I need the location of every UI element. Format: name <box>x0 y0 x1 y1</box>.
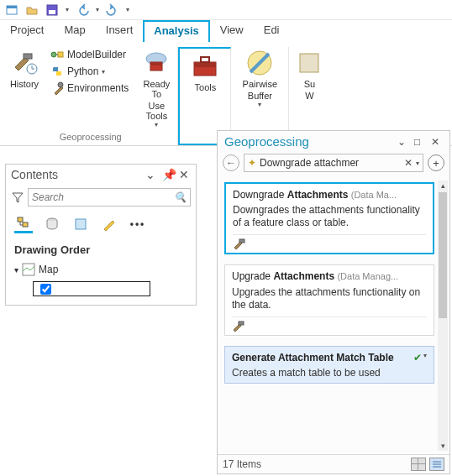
summarize-button[interactable]: Su W <box>294 47 324 102</box>
tool-hammer-icon <box>233 238 246 249</box>
tab-edit[interactable]: Edi <box>254 20 290 42</box>
more-icon[interactable]: ••• <box>129 215 147 233</box>
pairwise-label2: Buffer <box>248 89 272 101</box>
layer-item[interactable] <box>33 281 150 296</box>
svg-rect-4 <box>24 54 32 59</box>
python-label: Python <box>67 65 98 77</box>
tab-project[interactable]: Project <box>0 20 54 42</box>
cloud-toolbox-icon <box>142 49 171 77</box>
search-icon: 🔍 <box>174 191 187 203</box>
python-button[interactable]: Python ▾ <box>49 64 130 79</box>
ribbon-tabs: Project Map Insert Analysis View Edi <box>0 20 452 42</box>
contents-search-input[interactable]: Search 🔍 <box>28 188 191 207</box>
pin-icon[interactable]: 📌 <box>162 168 174 181</box>
chevron-down-icon[interactable]: ▾ <box>258 101 261 108</box>
back-button[interactable]: ← <box>223 154 239 171</box>
tab-map[interactable]: Map <box>54 20 95 42</box>
add-button[interactable]: + <box>428 154 444 171</box>
restore-icon[interactable]: □ <box>414 136 426 148</box>
chevron-down-icon[interactable]: ⌄ <box>397 136 409 148</box>
modelbuilder-button[interactable]: ModelBuilder <box>49 47 130 62</box>
redo-dropdown-icon[interactable]: ▾ <box>126 6 129 13</box>
hammer-clock-icon <box>10 49 39 77</box>
result-generate-match-table[interactable]: Generate Attachment Match Table ✔ ▾ Crea… <box>224 346 434 384</box>
check-icon: ✔ <box>413 352 422 364</box>
tab-analysis[interactable]: Analysis <box>143 20 209 42</box>
modelbuilder-label: ModelBuilder <box>67 49 126 60</box>
collapse-icon[interactable]: ▾ <box>14 265 18 275</box>
contents-title: Contents <box>11 168 58 181</box>
svg-rect-26 <box>239 239 244 243</box>
filter-icon[interactable] <box>11 191 24 204</box>
quick-access-toolbar: ▾ ▾ ▾ <box>0 0 452 20</box>
python-icon <box>50 65 64 78</box>
save-dropdown-icon[interactable]: ▾ <box>66 6 69 13</box>
open-icon[interactable] <box>25 3 39 17</box>
result-category: (Data Ma... <box>351 190 397 200</box>
redo-icon[interactable] <box>106 3 119 17</box>
list-source-icon[interactable] <box>43 215 61 233</box>
history-button[interactable]: History <box>3 47 45 130</box>
list-drawing-order-icon[interactable] <box>14 215 33 233</box>
clear-icon[interactable]: ✕ <box>404 157 413 169</box>
ready-label2: Use Tools <box>137 99 176 121</box>
close-icon[interactable]: ✕ <box>179 168 191 181</box>
undo-dropdown-icon[interactable]: ▾ <box>96 6 99 13</box>
history-label: History <box>10 77 39 89</box>
list-selection-icon[interactable] <box>71 215 90 233</box>
contents-pane: Contents ⌄ 📌 ✕ Search 🔍 ••• Drawing Orde… <box>5 164 197 306</box>
gp-titlebar: Geoprocessing ⌄ □ ✕ <box>218 131 449 152</box>
svg-rect-7 <box>58 52 63 57</box>
result-desc: Creates a match table to be used <box>232 364 427 379</box>
gp-search-input[interactable]: ✦ Downgrade attachmer ✕ ▾ <box>244 154 423 172</box>
scrollbar[interactable]: ▴ ▾ <box>438 180 448 451</box>
tab-insert[interactable]: Insert <box>96 20 144 42</box>
result-downgrade-attachments[interactable]: Downgrade Attachments (Data Ma... Downgr… <box>224 182 434 254</box>
new-project-icon[interactable] <box>5 3 18 17</box>
layer-checkbox[interactable] <box>40 284 51 295</box>
ready-to-use-button[interactable]: Ready To Use Tools ▾ <box>135 47 177 130</box>
undo-icon[interactable] <box>76 3 89 17</box>
result-title-prefix: Upgrade <box>232 270 273 282</box>
chevron-down-icon[interactable]: ⌄ <box>145 168 157 181</box>
tab-view[interactable]: View <box>210 20 254 42</box>
gp-title: Geoprocessing <box>224 134 309 149</box>
gp-search-text: Downgrade attachmer <box>260 157 401 169</box>
svg-rect-24 <box>76 219 86 229</box>
sum-label2: W <box>305 89 313 101</box>
plus-icon: + <box>433 157 439 170</box>
contents-view-tabs: ••• <box>6 210 196 237</box>
scroll-down-icon[interactable]: ▾ <box>438 441 448 451</box>
tools-label: Tools <box>195 81 217 92</box>
modelbuilder-icon <box>50 48 64 61</box>
sum-label1: Su <box>304 77 315 89</box>
result-upgrade-attachments[interactable]: Upgrade Attachments (Data Manag... Upgra… <box>224 264 434 335</box>
buffer-icon <box>245 49 274 77</box>
pairwise-buffer-button[interactable]: Pairwise Buffer ▾ <box>236 47 283 110</box>
svg-point-9 <box>58 82 63 87</box>
geoprocessing-pane: Geoprocessing ⌄ □ ✕ ← ✦ Downgrade attach… <box>217 130 450 474</box>
drawing-order-heading: Drawing Order <box>6 237 196 261</box>
result-count: 17 Items <box>223 458 261 470</box>
chevron-down-icon[interactable]: ▾ <box>423 352 427 360</box>
map-tree-item[interactable]: ▾ Map <box>6 261 196 278</box>
ready-label1: Ready To <box>137 77 176 99</box>
scroll-thumb[interactable] <box>439 192 447 318</box>
result-category: (Data Manag... <box>337 271 398 281</box>
python-dropdown-icon[interactable]: ▾ <box>102 68 105 76</box>
grid-view-button[interactable] <box>411 458 426 471</box>
list-editing-icon[interactable] <box>100 215 118 233</box>
search-placeholder: Search <box>32 191 64 203</box>
list-view-button[interactable] <box>429 458 444 471</box>
environments-button[interactable]: Environments <box>49 81 130 96</box>
search-dropdown-icon[interactable]: ▾ <box>416 160 419 167</box>
close-icon[interactable]: ✕ <box>431 136 443 148</box>
environments-label: Environments <box>67 82 129 94</box>
result-desc: Upgrades the attachments functionality o… <box>232 283 427 316</box>
svg-rect-18 <box>300 54 318 72</box>
save-icon[interactable] <box>45 3 59 17</box>
svg-rect-27 <box>239 322 244 325</box>
chevron-down-icon[interactable]: ▾ <box>155 121 158 128</box>
svg-rect-20 <box>23 222 28 227</box>
scroll-up-icon[interactable]: ▴ <box>438 180 448 191</box>
